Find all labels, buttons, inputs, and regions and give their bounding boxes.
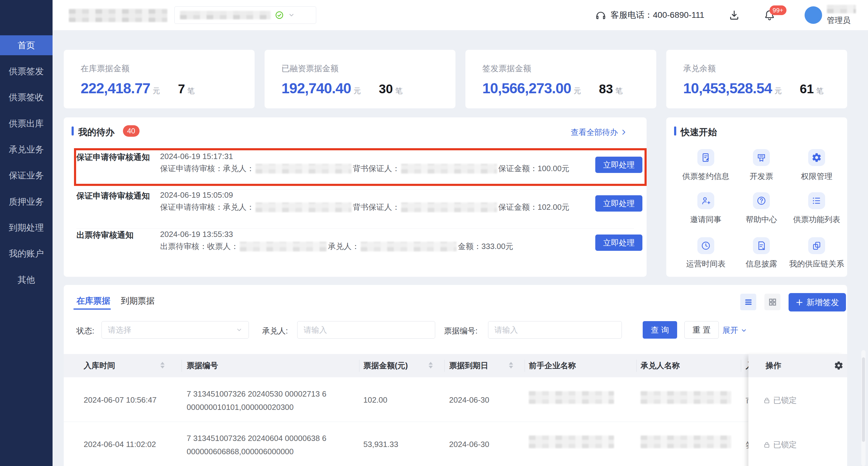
disclosure-doc-icon[interactable] bbox=[753, 237, 770, 254]
locked-status: 已锁定 bbox=[763, 395, 797, 406]
cell-billno-line1: 7 313451007326 20240530 00002713 6 bbox=[187, 389, 327, 399]
cell-amount: 53,931.33 bbox=[363, 440, 398, 449]
table-header: 入库时间 票据编号 票据金额(元) 票据到期日 前手企业名称 承兑人名称 入 bbox=[64, 354, 847, 377]
column-divider bbox=[444, 360, 444, 372]
sort-control[interactable] bbox=[160, 362, 164, 368]
sidebar-item-receive[interactable]: 供票签收 bbox=[0, 87, 53, 107]
invoice-icon[interactable] bbox=[753, 149, 770, 166]
handle-now-button[interactable]: 立即处理 bbox=[595, 234, 642, 251]
quick-start-panel: 快速开始 供票签约信息 开发票 权限管理 邀请同事 帮助中心 供票功能列表 运营… bbox=[666, 118, 847, 277]
sidebar-item-other[interactable]: 其他 bbox=[0, 270, 53, 290]
cell-billno-line2: 000000606868,000006000000 bbox=[187, 447, 293, 456]
col-header-amount[interactable]: 票据金额(元) bbox=[363, 354, 408, 377]
avatar[interactable] bbox=[805, 6, 822, 24]
col-header-billno[interactable]: 票据编号 bbox=[187, 354, 218, 377]
active-tab-underline bbox=[73, 308, 111, 310]
todo-count-badge: 40 bbox=[123, 125, 140, 137]
tab-due-bills[interactable]: 到期票据 bbox=[121, 295, 155, 307]
sidebar-item-outbound[interactable]: 供票出库 bbox=[0, 113, 53, 133]
gear-icon[interactable] bbox=[808, 149, 825, 166]
row-divider bbox=[64, 422, 847, 422]
download-icon[interactable] bbox=[728, 9, 740, 21]
grid-view-toggle[interactable] bbox=[765, 294, 780, 310]
handle-now-button[interactable]: 立即处理 bbox=[595, 195, 642, 211]
stat-label: 承兑余额 bbox=[683, 63, 716, 74]
tab-in-stock-bills[interactable]: 在库票据 bbox=[76, 295, 110, 307]
plus-icon bbox=[796, 299, 803, 306]
lock-icon bbox=[763, 397, 771, 404]
organization-select[interactable] bbox=[174, 6, 316, 24]
chevron-down-icon bbox=[741, 327, 747, 334]
sidebar-item-guarantee[interactable]: 保证业务 bbox=[0, 165, 53, 185]
stat-count: 7 bbox=[178, 82, 185, 96]
quick-item-label[interactable]: 权限管理 bbox=[771, 171, 862, 182]
stat-count: 61 bbox=[800, 82, 814, 96]
view-all-todos-link[interactable]: 查看全部待办 bbox=[571, 127, 627, 138]
acceptor-input[interactable] bbox=[297, 321, 435, 339]
top-header: 客服电话：400-6890-111 99+ 管理员 bbox=[53, 0, 868, 30]
billno-input[interactable] bbox=[488, 321, 622, 339]
feature-list-icon[interactable] bbox=[808, 192, 825, 209]
stat-amount-unit: 元 bbox=[774, 87, 782, 95]
reset-button[interactable]: 重置 bbox=[684, 321, 719, 339]
stat-count-unit: 笔 bbox=[616, 87, 623, 95]
col-header-acceptor[interactable]: 承兑人名称 bbox=[641, 354, 680, 377]
stat-count-unit: 笔 bbox=[188, 87, 195, 95]
section-bar bbox=[71, 127, 74, 135]
redacted-company bbox=[361, 242, 457, 252]
col-header-operation: 操作 bbox=[766, 354, 781, 377]
sidebar-item-home[interactable]: 首页 bbox=[0, 35, 53, 55]
status-select[interactable]: 请选择 bbox=[101, 321, 249, 339]
stat-label: 已融资票据金额 bbox=[281, 63, 339, 74]
sidebar-item-acceptance[interactable]: 承兑业务 bbox=[0, 139, 53, 159]
supply-chain-copy-icon[interactable] bbox=[808, 237, 825, 254]
quick-start-title: 快速开始 bbox=[681, 126, 717, 138]
table-settings-gear-icon[interactable] bbox=[834, 361, 843, 370]
stat-amount: 192,740.40 bbox=[281, 80, 351, 96]
clock-icon[interactable] bbox=[698, 237, 714, 254]
organization-name-redacted bbox=[180, 11, 271, 19]
stat-count-unit: 笔 bbox=[395, 87, 403, 95]
redacted-company bbox=[529, 391, 614, 404]
notifications-bell[interactable]: 99+ bbox=[764, 9, 776, 21]
sort-control[interactable] bbox=[509, 362, 513, 368]
stat-amount: 10,566,273.00 bbox=[482, 80, 571, 96]
create-issuance-button[interactable]: 新增签发 bbox=[788, 293, 846, 311]
invite-person-icon[interactable] bbox=[698, 192, 714, 209]
cell-billno-line2: 000000010101,000000020300 bbox=[187, 403, 293, 412]
quick-item-label[interactable]: 供票功能列表 bbox=[771, 214, 862, 225]
expand-filters-link[interactable]: 展开 bbox=[722, 325, 747, 336]
sidebar: 首页 供票签发 供票签收 供票出库 承兑业务 保证业务 质押业务 到期处理 我的… bbox=[0, 0, 53, 466]
redacted-company bbox=[641, 435, 731, 448]
col-header-intime[interactable]: 入库时间 bbox=[84, 354, 115, 377]
todo-item-type: 出票待审核通知 bbox=[76, 230, 158, 240]
cell-duedate: 2024-06-30 bbox=[449, 395, 489, 405]
cell-intime: 2024-06-04 11:02:02 bbox=[84, 440, 156, 449]
page-scrollbar[interactable] bbox=[861, 350, 866, 466]
handle-now-button[interactable]: 立即处理 bbox=[595, 157, 642, 173]
acceptor-filter-label: 承兑人: bbox=[262, 326, 288, 336]
bills-panel: 在库票据 到期票据 新增签发 状态: 请选择 承兑人: 票据编号: 查询 重置 … bbox=[64, 285, 847, 466]
column-divider bbox=[525, 360, 525, 372]
sidebar-item-issue[interactable]: 供票签发 bbox=[0, 61, 53, 81]
column-divider bbox=[182, 360, 182, 372]
scrollbar-thumb[interactable] bbox=[862, 357, 865, 442]
list-view-toggle[interactable] bbox=[740, 294, 756, 310]
stat-card-issued: 签发票据金额 10,566,273.00元83笔 bbox=[465, 50, 656, 108]
sidebar-item-maturity[interactable]: 到期处理 bbox=[0, 218, 53, 237]
contract-info-icon[interactable] bbox=[698, 149, 714, 166]
redacted-company bbox=[401, 164, 497, 173]
col-header-prev-company[interactable]: 前手企业名称 bbox=[529, 354, 576, 377]
quick-item-label[interactable]: 我的供应链关系 bbox=[771, 259, 862, 269]
chevron-down-icon bbox=[236, 327, 243, 333]
stat-count-unit: 笔 bbox=[816, 87, 824, 95]
chevron-right-icon bbox=[620, 129, 627, 136]
todo-item-detail: 出票待审核：收票人：承兑人：金额：333.00元 bbox=[160, 241, 514, 252]
col-header-duedate[interactable]: 票据到期日 bbox=[449, 354, 488, 377]
help-question-icon[interactable] bbox=[753, 192, 770, 209]
sort-control[interactable] bbox=[429, 362, 433, 368]
redacted-company bbox=[255, 202, 351, 212]
query-button[interactable]: 查询 bbox=[643, 321, 677, 339]
sidebar-item-pledge[interactable]: 质押业务 bbox=[0, 192, 53, 211]
sidebar-item-account[interactable]: 我的账户 bbox=[0, 243, 53, 264]
